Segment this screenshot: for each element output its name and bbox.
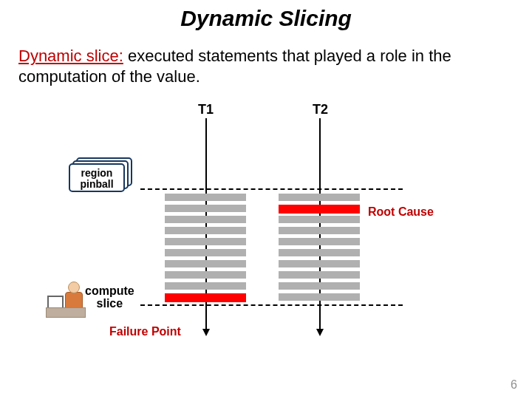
t2-bar xyxy=(279,238,360,245)
t1-bar xyxy=(165,271,246,279)
t1-bar xyxy=(165,216,246,223)
root-cause-label: Root Cause xyxy=(368,205,434,219)
thread-1-label: T1 xyxy=(198,102,214,117)
t1-bar xyxy=(165,238,246,245)
t2-bar xyxy=(279,271,360,279)
thread-2-label: T2 xyxy=(313,102,328,117)
pinball-label-line1: region xyxy=(81,167,113,179)
t1-bar xyxy=(165,205,246,212)
t2-bar xyxy=(279,227,360,234)
person-at-computer-icon xyxy=(46,277,84,318)
t2-bar-root-cause xyxy=(279,205,360,214)
t2-bar xyxy=(279,282,360,290)
t2-bar xyxy=(279,260,360,267)
slide-title: Dynamic Slicing xyxy=(0,6,532,31)
thread-2-arrowhead-icon xyxy=(316,329,324,336)
slide-number: 6 xyxy=(511,378,517,392)
t2-bar xyxy=(279,194,360,201)
pinball-box-front: region pinball xyxy=(69,163,125,192)
failure-point-label: Failure Point xyxy=(109,325,181,338)
region-pinball-stack: region pinball xyxy=(69,157,128,188)
pinball-label-line2: pinball xyxy=(80,178,113,190)
compute-slice-label: compute slice xyxy=(85,285,134,310)
t2-bar xyxy=(279,249,360,256)
compute-slice-line1: compute xyxy=(85,284,134,297)
compute-slice-line2: slice xyxy=(97,297,123,310)
definition-text: Dynamic slice: executed statements that … xyxy=(18,46,514,86)
lower-dashed-line xyxy=(140,304,403,306)
t1-bar xyxy=(165,194,246,201)
thread-1-arrowhead-icon xyxy=(202,329,210,336)
upper-dashed-line xyxy=(140,188,403,190)
t1-bar xyxy=(165,282,246,290)
definition-term: Dynamic slice: xyxy=(18,47,123,65)
t2-bar xyxy=(279,293,360,301)
t2-bar xyxy=(279,216,360,223)
t1-bar xyxy=(165,260,246,267)
t1-bar-failure xyxy=(165,293,246,302)
pinball-label: region pinball xyxy=(70,168,123,189)
t1-bar xyxy=(165,227,246,234)
t1-bar xyxy=(165,249,246,256)
